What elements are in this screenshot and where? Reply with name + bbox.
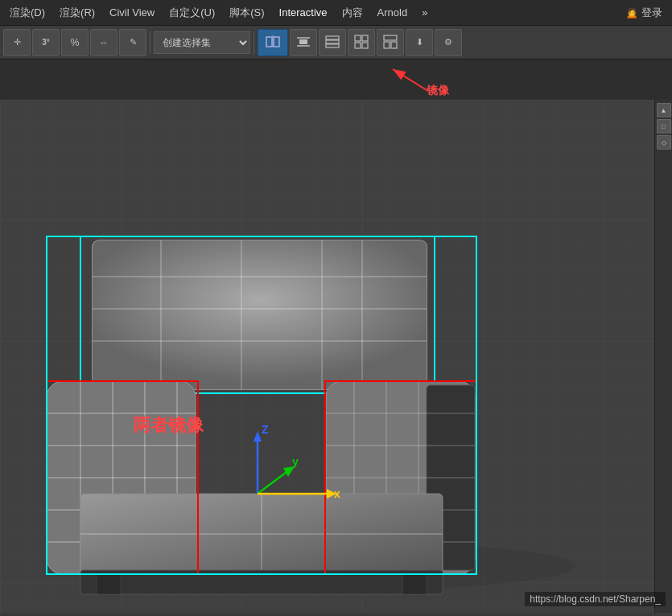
- svg-rect-10: [362, 35, 368, 41]
- menu-item-arnold[interactable]: Arnold: [371, 3, 414, 22]
- menu-item-render-r[interactable]: 渲染(R): [53, 2, 101, 23]
- annotation-svg: [0, 60, 672, 100]
- toolbar-percent-btn[interactable]: %: [61, 29, 89, 56]
- svg-line-17: [393, 69, 427, 90]
- menu-item-more[interactable]: »: [415, 3, 434, 22]
- percent-icon: %: [71, 37, 80, 48]
- toolbar-arrow-btn[interactable]: ↔: [90, 29, 117, 56]
- svg-text:x: x: [334, 487, 340, 500]
- svg-rect-11: [355, 43, 361, 48]
- svg-rect-57: [402, 574, 427, 594]
- svg-rect-2: [274, 37, 279, 47]
- download-icon: ⬇: [416, 37, 423, 47]
- sofa-scene: x y Z: [0, 100, 672, 613]
- toolbar-layers-btn[interactable]: [319, 29, 346, 56]
- toolbar-move-btn[interactable]: ✛: [3, 29, 31, 56]
- menu-item-login[interactable]: 🙍 登录: [619, 2, 669, 23]
- svg-rect-9: [355, 35, 361, 41]
- svg-rect-15: [391, 42, 397, 48]
- menu-item-content[interactable]: 内容: [336, 2, 369, 23]
- arrow-icon: ↔: [100, 38, 109, 47]
- watermark: https://blog.csdn.net/Sharpen_: [525, 592, 666, 606]
- mirror-icon: [264, 33, 282, 52]
- right-btn-3[interactable]: ◇: [657, 135, 671, 150]
- toolbar-align-btn[interactable]: [290, 29, 317, 56]
- separator-2: [254, 31, 254, 54]
- menu-item-render-d[interactable]: 渲染(D): [3, 2, 52, 23]
- svg-rect-6: [326, 36, 339, 39]
- svg-marker-62: [254, 431, 262, 441]
- svg-rect-7: [326, 40, 339, 43]
- settings-icon: ⚙: [444, 37, 452, 47]
- move-icon: ✛: [14, 37, 21, 47]
- svg-line-63: [258, 470, 290, 494]
- toolbar-grid1-btn[interactable]: [348, 29, 375, 56]
- 3d-viewport[interactable]: x y Z 两者镜像 ▲ □ ◇ https://blog.csdn.net/S…: [0, 100, 672, 613]
- svg-rect-13: [384, 35, 397, 40]
- menubar: 渲染(D) 渲染(R) Civil View 自定义(U) 脚本(S) Inte…: [0, 0, 672, 26]
- mirror-annotation-label: 镜像: [427, 84, 449, 98]
- toolbar-settings-btn[interactable]: ⚙: [435, 29, 462, 56]
- svg-rect-24: [93, 240, 427, 389]
- svg-rect-8: [326, 44, 339, 47]
- align-icon: [295, 34, 311, 51]
- rotate3-icon: 3°: [42, 38, 50, 47]
- menu-item-civil[interactable]: Civil View: [103, 3, 161, 22]
- toolbar-download-btn[interactable]: ⬇: [406, 29, 433, 56]
- svg-rect-56: [97, 574, 121, 594]
- toolbar: ✛ 3° % ↔ ✎ 创建选择集: [0, 26, 672, 60]
- svg-text:Z: Z: [262, 423, 269, 436]
- separator-1: [150, 31, 150, 54]
- grid1-icon: [353, 34, 369, 51]
- right-btn-1[interactable]: ▲: [657, 103, 671, 117]
- selection-set-dropdown[interactable]: 创建选择集: [154, 31, 250, 54]
- menu-item-interactive[interactable]: Interactive: [273, 3, 334, 22]
- svg-rect-14: [384, 42, 390, 48]
- right-tool-strip: ▲ □ ◇: [654, 100, 672, 613]
- toolbar-mirror-btn[interactable]: [258, 29, 288, 56]
- grid2-icon: [382, 34, 398, 51]
- toolbar-edit-btn[interactable]: ✎: [119, 29, 146, 56]
- right-btn-2[interactable]: □: [657, 119, 671, 133]
- svg-rect-12: [362, 43, 368, 48]
- menu-item-script[interactable]: 脚本(S): [223, 2, 270, 23]
- menu-item-custom[interactable]: 自定义(U): [163, 2, 221, 23]
- both-mirror-label: 两者镜像: [133, 413, 204, 437]
- svg-text:y: y: [292, 455, 299, 468]
- toolbar-grid2-btn[interactable]: [377, 29, 404, 56]
- layers-icon: [324, 34, 340, 51]
- svg-rect-4: [299, 39, 307, 44]
- annotation-area: 镜像: [0, 60, 672, 100]
- toolbar-rotate3-btn[interactable]: 3°: [32, 29, 60, 56]
- svg-rect-0: [266, 37, 272, 47]
- edit-icon: ✎: [130, 37, 137, 47]
